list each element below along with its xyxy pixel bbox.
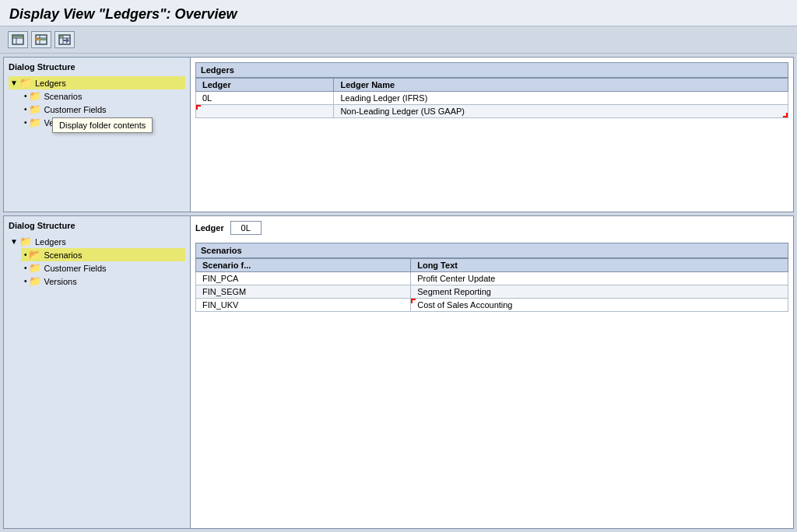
table-icon-2 [35, 34, 47, 45]
col-ledger: Ledger [196, 79, 334, 92]
ledger-field-row: Ledger 0L [195, 221, 788, 235]
cursor-bracket-tl-scenarios [411, 299, 416, 303]
bullet-ver-top: • [24, 118, 27, 127]
top-dialog-structure-title: Dialog Structure [9, 62, 185, 72]
cursor-bracket-br [783, 113, 788, 117]
main-container: Display View "Ledgers": Overview [0, 0, 797, 532]
toolbar-btn-3[interactable] [54, 31, 75, 48]
content-area: Dialog Structure ▼ 📁 Ledgers • 📁 Scenari… [0, 54, 797, 532]
toolbar [0, 26, 797, 54]
cursor-bracket-tl [196, 105, 201, 110]
folder-icon-scenarios-top: 📁 [29, 90, 41, 102]
cell-fin-ukv: FIN_UKV [196, 299, 411, 312]
bottom-dialog-structure: Dialog Structure ▼ 📁 Ledgers • 📂 Scenari… [4, 216, 191, 528]
tree-item-customerfields-top[interactable]: • 📁 Customer Fields [21, 103, 185, 116]
tree-item-scenarios-bottom[interactable]: • 📂 Scenarios [21, 248, 185, 261]
bullet-customerfields-bottom: • [24, 264, 27, 272]
top-dialog-structure: Dialog Structure ▼ 📁 Ledgers • 📁 Scenari… [4, 58, 191, 212]
bullet-customerfields-top: • [24, 105, 27, 114]
table-row: FIN_PCA Profit Center Update [196, 272, 788, 285]
scenarios-section-title: Scenarios [195, 243, 788, 258]
col-ledger-name: Ledger Name [334, 79, 788, 92]
bottom-panel: Dialog Structure ▼ 📁 Ledgers • 📂 Scenari… [3, 215, 794, 529]
tree-label-ledgers-top: Ledgers [35, 79, 66, 88]
ledgers-table-body: 0L Leading Ledger (IFRS) Non-Leading Led… [196, 92, 788, 118]
folder-icon-ledgers-bottom: 📁 [19, 236, 32, 247]
scenarios-table: Scenario f... Long Text FIN_PCA Profit C… [195, 258, 788, 312]
bottom-dialog-structure-title: Dialog Structure [9, 221, 185, 230]
cell-name-ifrs: Leading Ledger (IFRS) [334, 92, 788, 105]
top-panel: Dialog Structure ▼ 📁 Ledgers • 📁 Scenari… [3, 57, 794, 212]
table-row: 0L Leading Ledger (IFRS) [196, 92, 788, 105]
table-row: FIN_UKV Cost of Sales Accounting [196, 299, 788, 312]
title-bar: Display View "Ledgers": Overview [0, 0, 797, 26]
tree-item-scenarios-top[interactable]: • 📁 Scenarios [21, 89, 185, 103]
col-long-text: Long Text [411, 259, 788, 272]
tree-label-customerfields-bottom: Customer Fields [44, 264, 107, 273]
cell-profit-center: Profit Center Update [411, 272, 788, 285]
tooltip-box: Display folder contents [52, 117, 153, 133]
toolbar-btn-2[interactable] [31, 31, 51, 48]
tree-item-ver-top[interactable]: • 📁 Ver Display folder contents [21, 116, 185, 129]
bullet-scenarios-top: • [24, 92, 27, 100]
folder-icon-ledgers-top: 📁 [19, 77, 32, 89]
svg-rect-14 [60, 36, 62, 37]
tree-children-bottom: • 📂 Scenarios • 📁 Customer Fields • 📁 Ve… [9, 248, 185, 288]
cell-segment-reporting: Segment Reporting [411, 285, 788, 299]
ledger-field-value: 0L [230, 221, 262, 235]
page-title: Display View "Ledgers": Overview [9, 6, 788, 23]
svg-rect-10 [35, 37, 38, 40]
table-row: Non-Leading Ledger (US GAAP) [196, 105, 788, 118]
ledgers-section-title: Ledgers [195, 62, 788, 78]
cell-cost-sales: Cost of Sales Accounting [411, 299, 788, 312]
tree-label-versions-bottom: Versions [44, 277, 77, 286]
tree-label-customerfields-top: Customer Fields [44, 105, 107, 114]
tree-label-scenarios-bottom: Scenarios [44, 250, 83, 260]
ledger-field-label: Ledger [195, 223, 224, 233]
toolbar-btn-1[interactable] [8, 31, 28, 48]
tree-label-scenarios-top: Scenarios [44, 92, 83, 101]
table-icon-1 [12, 34, 24, 45]
col-scenario-f: Scenario f... [196, 259, 411, 272]
svg-rect-9 [40, 39, 46, 40]
folder-icon-customerfields-top: 📁 [29, 103, 41, 115]
bullet-scenarios-bottom: • [24, 250, 27, 259]
tree-item-customerfields-bottom[interactable]: • 📁 Customer Fields [21, 261, 185, 275]
scenarios-table-body: FIN_PCA Profit Center Update FIN_SEGM Se… [196, 272, 788, 312]
tree-label-ledgers-bottom: Ledgers [35, 237, 66, 247]
tree-item-versions-bottom[interactable]: • 📁 Versions [21, 275, 185, 288]
cell-fin-segm: FIN_SEGM [196, 285, 411, 299]
tree-item-ledgers-bottom[interactable]: ▼ 📁 Ledgers [9, 235, 185, 248]
folder-icon-versions-bottom: 📁 [29, 275, 41, 287]
ledgers-table: Ledger Ledger Name 0L Leading Ledger (IF… [195, 78, 788, 118]
bottom-right-panel: Ledger 0L Scenarios Scenario f... Long T… [191, 216, 793, 528]
tree-arrow-bottom: ▼ [10, 237, 18, 246]
ledgers-table-header: Ledger Ledger Name [196, 79, 788, 92]
folder-icon-customerfields-bottom: 📁 [29, 262, 41, 274]
svg-rect-3 [13, 36, 16, 37]
tree-children-top: • 📁 Scenarios • 📁 Customer Fields • 📁 Ve… [9, 89, 185, 129]
tree-item-ledgers-top[interactable]: ▼ 📁 Ledgers [9, 76, 185, 89]
tree-arrow-top: ▼ [10, 79, 18, 87]
table-row: FIN_SEGM Segment Reporting [196, 285, 788, 299]
cell-fin-pca: FIN_PCA [196, 272, 411, 285]
cell-ledger-empty [196, 105, 334, 118]
svg-rect-4 [17, 36, 23, 37]
folder-icon-scenarios-bottom: 📂 [29, 249, 41, 261]
top-right-panel: Ledgers Ledger Ledger Name 0L Leading Le… [191, 58, 793, 212]
tooltip-text: Display folder contents [59, 121, 146, 130]
cell-ledger-0l: 0L [196, 92, 334, 105]
table-icon-3 [58, 34, 71, 45]
scenarios-table-header: Scenario f... Long Text [196, 259, 788, 272]
folder-icon-ver-top: 📁 [29, 117, 41, 128]
cell-name-usgaap: Non-Leading Ledger (US GAAP) [334, 105, 788, 118]
bullet-versions-bottom: • [24, 277, 27, 285]
